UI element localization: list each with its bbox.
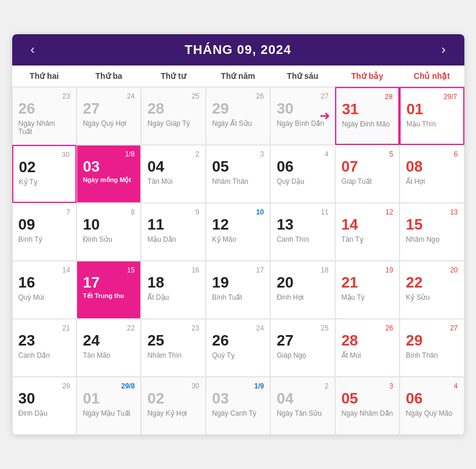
day-cell[interactable]: 810Đinh Sửu — [77, 203, 141, 261]
day-cell[interactable]: 2730Ngày Bính Dần➜ — [270, 87, 335, 145]
lunar-day: 30 — [62, 151, 70, 159]
day-cell[interactable]: 1921Mậu Tý — [335, 261, 399, 319]
lunar-label: Bính Tý — [19, 235, 70, 243]
day-cell[interactable]: 2224Tân Mão — [77, 319, 141, 377]
day-cell[interactable]: 406Quý Dậu — [270, 145, 335, 203]
day-cell[interactable]: 1517Tết Trung thu — [77, 261, 141, 319]
day-cell[interactable]: 1/903Ngày Canh Tý — [206, 377, 270, 435]
lunar-label: Bính Thân — [406, 351, 457, 359]
lunar-line: 28 — [19, 382, 70, 390]
lunar-day: 19 — [386, 266, 393, 274]
day-cell[interactable]: 608Ất Hợi — [399, 145, 464, 203]
day-cell[interactable]: 1315Nhâm Ngọ — [399, 203, 464, 261]
day-cell[interactable]: 3002Kỷ Tỵ — [12, 145, 77, 203]
day-cell[interactable]: 406Ngày Quý Mão — [399, 377, 464, 435]
days-grid: 2326Ngày Nhâm Tuất2427Ngày Quý Hợi2528Ng… — [12, 87, 464, 435]
lunar-label: Mậu Tý — [341, 293, 393, 301]
next-month-button[interactable]: › — [437, 43, 450, 56]
day-cell[interactable]: 305Ngày Nhâm Dần — [335, 377, 399, 435]
lunar-line: 30 — [19, 151, 70, 159]
day-cell[interactable]: 2729Bính Thân — [399, 319, 464, 377]
lunar-line: 25 — [277, 324, 328, 332]
day-cell[interactable]: 2831Ngày Đinh Mão — [335, 87, 399, 145]
day-cell[interactable]: 1719Bính Tuất — [206, 261, 270, 319]
day-cell[interactable]: 1012Kỷ Mão — [206, 203, 270, 261]
prev-month-button[interactable]: ‹ — [26, 43, 39, 56]
day-number: 04 — [147, 158, 199, 175]
day-cell[interactable]: 2022Kỷ Sửu — [399, 261, 464, 319]
lunar-day: 12 — [386, 208, 393, 216]
lunar-line: 16 — [147, 266, 199, 274]
lunar-line: 12 — [341, 208, 393, 216]
lunar-line: 18 — [277, 266, 328, 274]
lunar-label: Ngày Mậu Tuất — [83, 409, 135, 417]
day-number: 09 — [19, 216, 70, 233]
arrow-right-icon: ➜ — [319, 108, 330, 123]
lunar-day: 4 — [325, 150, 329, 158]
day-cell[interactable]: 2123Canh Dần — [12, 319, 77, 377]
day-cell[interactable]: 29/701Mậu Thìn — [399, 87, 464, 145]
day-cell[interactable]: 507Giáp Tuất — [335, 145, 399, 203]
day-cell[interactable]: 1416Quý Mùi — [12, 261, 77, 319]
lunar-label: Đinh Hợi — [277, 293, 328, 301]
day-cell[interactable]: 911Mậu Dần — [141, 203, 205, 261]
day-number: 23 — [19, 332, 70, 349]
day-cell[interactable]: 2325Nhâm Thìn — [141, 319, 205, 377]
lunar-line: 27 — [406, 324, 457, 332]
day-number: 20 — [277, 274, 328, 291]
lunar-line: 25 — [147, 92, 199, 100]
day-cell[interactable]: 1214Tân Tỵ — [335, 203, 399, 261]
day-cell[interactable]: 204Tân Mùi — [141, 145, 205, 203]
lunar-line: 7 — [19, 208, 70, 216]
day-cell[interactable]: 2629Ngày Ất Sửu — [206, 87, 270, 145]
lunar-day: 14 — [63, 266, 70, 274]
day-cell[interactable]: 1/803Ngày mồng Một — [77, 145, 141, 203]
day-number: 05 — [341, 390, 393, 407]
day-cell[interactable]: 2426Quý Tỵ — [206, 319, 270, 377]
lunar-label: Giáp Ngọ — [277, 351, 328, 359]
day-cell[interactable]: 2628Ất Mùi — [335, 319, 399, 377]
day-number: 28 — [341, 332, 393, 349]
lunar-line: 15 — [83, 266, 135, 274]
day-cell[interactable]: 305Nhâm Thân — [206, 145, 270, 203]
day-cell[interactable]: 1820Đinh Hợi — [270, 261, 335, 319]
lunar-line: 26 — [341, 324, 393, 332]
lunar-day: 4 — [454, 382, 458, 390]
lunar-line: 23 — [19, 92, 70, 100]
day-cell[interactable]: 2427Ngày Quý Hợi — [77, 87, 141, 145]
day-number: 16 — [19, 274, 70, 291]
lunar-label: Tân Mùi — [147, 177, 199, 186]
weekday-thứ-hai: Thứ hai — [12, 66, 77, 86]
lunar-day: 29/8 — [121, 382, 135, 390]
lunar-day: 9 — [195, 208, 199, 216]
day-number: 03 — [83, 158, 135, 175]
day-cell[interactable]: 3002Ngày Kỷ Hợi — [141, 377, 205, 435]
weekday-thứ-sáu: Thứ sáu — [270, 66, 335, 86]
day-cell[interactable]: 2527Giáp Ngọ — [270, 319, 335, 377]
day-number: 26 — [19, 100, 70, 117]
lunar-day: 30 — [191, 382, 199, 390]
lunar-line: 24 — [212, 324, 264, 332]
day-cell[interactable]: 709Bính Tý — [12, 203, 77, 261]
day-cell[interactable]: 2528Ngày Giáp Tý — [141, 87, 205, 145]
lunar-day: 25 — [321, 324, 328, 332]
lunar-label: Ngày Ất Sửu — [212, 119, 264, 128]
lunar-label: Tân Tỵ — [341, 235, 393, 243]
day-cell[interactable]: 204Ngày Tân Sửu — [270, 377, 335, 435]
month-title: THÁNG 09, 2024 — [185, 42, 292, 57]
lunar-line: 13 — [406, 208, 457, 216]
lunar-label: Quý Mùi — [19, 293, 70, 301]
day-cell[interactable]: 2830Đinh Dậu — [12, 377, 77, 435]
day-number: 27 — [277, 332, 328, 349]
day-number: 15 — [406, 216, 457, 233]
lunar-line: 11 — [277, 208, 328, 216]
lunar-day: 22 — [127, 324, 135, 332]
day-cell[interactable]: 1618Ất Dậu — [141, 261, 205, 319]
day-number: 07 — [341, 158, 393, 175]
day-cell[interactable]: 2326Ngày Nhâm Tuất — [12, 87, 77, 145]
day-cell[interactable]: 29/801Ngày Mậu Tuất — [77, 377, 141, 435]
lunar-day: 11 — [321, 208, 328, 216]
lunar-line: 21 — [19, 324, 70, 332]
lunar-line: 8 — [83, 208, 135, 216]
day-cell[interactable]: 1113Canh Thìn — [270, 203, 335, 261]
